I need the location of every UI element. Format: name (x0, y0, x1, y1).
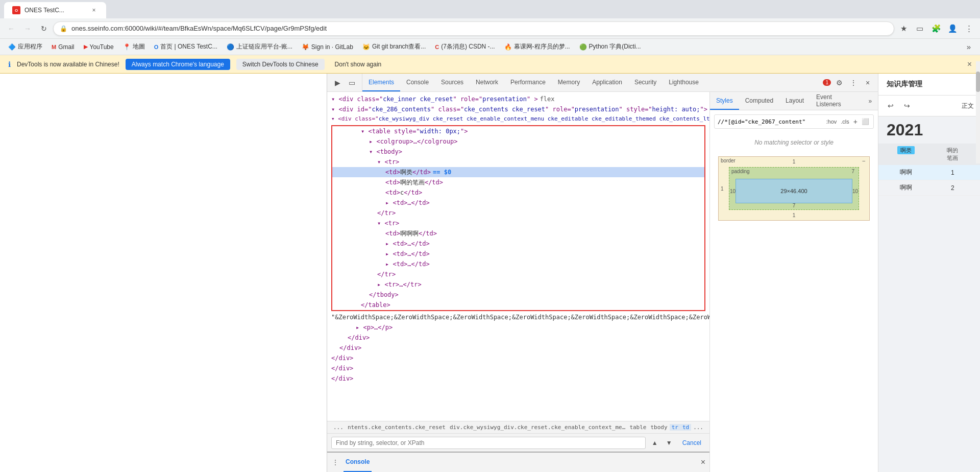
forward-button[interactable]: → (20, 21, 35, 36)
device-toolbar-button[interactable]: ▭ (346, 77, 358, 89)
breadcrumb-more[interactable]: ... (691, 424, 705, 431)
dom-line[interactable]: </tr> (332, 208, 704, 218)
dom-line[interactable]: </table> (332, 300, 704, 310)
sidebar-scrollbar[interactable] (976, 74, 980, 163)
dom-line[interactable]: ▸ <td>…</td> (332, 259, 704, 269)
dom-line[interactable]: </div> (327, 353, 709, 363)
style-filter-input[interactable] (718, 119, 823, 125)
dom-line[interactable]: ▸ <p>…</p> (327, 322, 709, 333)
breadcrumb-tr[interactable]: tr (670, 424, 680, 431)
extension-puzzle-button[interactable]: 🧩 (929, 21, 943, 36)
dom-line[interactable]: </tr> (332, 269, 704, 279)
inspect-element-button[interactable]: ▶ (331, 77, 344, 89)
bookmark-mooc[interactable]: 🔥 幕课网-程序员的梦... (500, 41, 574, 53)
right-panel-more-button[interactable]: » (863, 92, 878, 110)
dom-line[interactable]: ▸ <td>…</td> (332, 198, 704, 208)
bookmark-csdn[interactable]: C (7条消息) CSDN -... (431, 41, 499, 53)
more-menu-button[interactable]: ⋮ (962, 21, 976, 36)
dom-line[interactable]: ▸ <td>…</td> (332, 239, 704, 249)
bookmarks-more-button[interactable]: » (962, 40, 976, 54)
breadcrumb-dots[interactable]: ... (331, 424, 346, 431)
search-down-button[interactable]: ▼ (664, 438, 674, 448)
dom-line[interactable]: </div> (327, 373, 709, 384)
dom-line[interactable]: </tbody> (332, 290, 704, 300)
tab-event-listeners[interactable]: Event Listeners (810, 92, 863, 110)
notification-close-button[interactable]: × (967, 60, 972, 69)
bookmark-star-button[interactable]: ★ (896, 21, 911, 36)
tab-security[interactable]: Security (628, 74, 663, 91)
breadcrumb-contents[interactable]: ntents.cke_contents.cke_reset (346, 424, 448, 431)
dom-line[interactable]: <td>c</td> (332, 187, 704, 198)
tab-application[interactable]: Application (586, 74, 628, 91)
dom-line[interactable]: <td>啊的笔画</td> (332, 177, 704, 187)
address-bar[interactable]: 🔒 ones.sseinfo.com:60000/wiki/#/team/Bfk… (53, 21, 894, 36)
sidebar-year: 2021 (878, 116, 980, 144)
bookmark-gmail[interactable]: M Gmail (47, 41, 79, 53)
dom-line[interactable]: <td>啊啊啊</td> (332, 228, 704, 239)
dom-line[interactable]: </div> (327, 343, 709, 353)
devtools-close-button[interactable]: × (862, 77, 874, 89)
dom-line[interactable]: </div> (327, 363, 709, 373)
breadcrumb-tbody[interactable]: tbody (649, 424, 670, 431)
dom-tree[interactable]: ▾ <div class="cke_inner cke_reset" role=… (327, 92, 709, 421)
bookmark-chain[interactable]: 🔵 上证链应用平台-账... (223, 41, 297, 53)
sidebar-scrollbar-thumb[interactable] (976, 74, 980, 92)
dont-show-again-link[interactable]: Don't show again (335, 61, 382, 68)
tab-layout[interactable]: Layout (779, 92, 810, 110)
switch-devtools-button[interactable]: Switch DevTools to Chinese (236, 59, 325, 70)
search-input[interactable] (331, 437, 646, 449)
console-close-button[interactable]: × (701, 458, 705, 467)
back-button[interactable]: ← (4, 21, 18, 36)
tab-network[interactable]: Network (470, 74, 504, 91)
bookmark-gitlab[interactable]: 🦊 Sign in · GitLab (298, 41, 357, 53)
dom-line[interactable]: ▾ <table style="width: 0px;"> (332, 126, 704, 136)
bookmark-maps[interactable]: 📍 地圖 (119, 41, 149, 53)
box-model-padding: padding 7 7 29×46.400 10 10 (729, 167, 859, 210)
tab-memory[interactable]: Memory (552, 74, 586, 91)
breadcrumb-div-wysiwyg[interactable]: div.cke_wysiwyg_div.cke_reset.cke_enable… (448, 424, 627, 431)
bookmark-apps[interactable]: 🔷 应用程序 (4, 41, 46, 53)
tab-elements[interactable]: Elements (362, 74, 400, 91)
dom-line[interactable]: ▾ <div id="cke_286_contents" class="cke_… (327, 104, 709, 114)
console-tab[interactable]: Console (344, 453, 372, 472)
profile-button[interactable]: 👤 (945, 21, 960, 36)
dom-line[interactable]: ▾ <div class="cke_inner cke_reset" role=… (327, 94, 709, 104)
reload-button[interactable]: ↻ (37, 21, 51, 36)
add-style-button[interactable]: + (853, 117, 857, 126)
active-tab[interactable]: O ONES TestC... × (4, 2, 106, 18)
dom-line[interactable]: ▸ <tr>…</tr> (332, 279, 704, 290)
dom-line[interactable]: ▾ <tbody> (332, 147, 704, 157)
tab-sources[interactable]: Sources (435, 74, 470, 91)
search-cancel-button[interactable]: Cancel (678, 439, 705, 446)
cls-button[interactable]: .cls (841, 119, 849, 125)
tab-lighthouse[interactable]: Lighthouse (663, 74, 705, 91)
dom-line[interactable]: ▸ <colgroup>…</colgroup> (332, 136, 704, 147)
tab-styles[interactable]: Styles (710, 92, 739, 110)
dom-line[interactable]: </div> (327, 333, 709, 343)
tab-computed[interactable]: Computed (739, 92, 779, 110)
breadcrumb-td[interactable]: td (680, 424, 691, 431)
bookmark-git[interactable]: 🐱 Git git branch查看... (358, 41, 430, 53)
expand-style-button[interactable]: ⬜ (862, 118, 869, 125)
undo-button[interactable]: ↩ (885, 100, 897, 112)
dom-line[interactable]: ▸ <td>…</td> (332, 249, 704, 259)
hov-button[interactable]: :hov (826, 119, 837, 125)
dom-line-selected[interactable]: <td>啊类</td> == $0 (332, 167, 704, 177)
bookmark-python[interactable]: 🟢 Python 字典(Dicti... (575, 41, 645, 53)
tab-close-button[interactable]: × (90, 6, 98, 14)
tab-console[interactable]: Console (400, 74, 435, 91)
cast-button[interactable]: ▭ (913, 21, 927, 36)
dom-line[interactable]: ▾ <tr> (332, 157, 704, 167)
bookmark-youtube[interactable]: ▶ YouTube (80, 41, 118, 53)
tab-performance[interactable]: Performance (504, 74, 552, 91)
search-up-button[interactable]: ▲ (650, 438, 660, 448)
devtools-more-button[interactable]: ⋮ (847, 77, 860, 89)
dom-line[interactable]: "&ZeroWidthSpace;&ZeroWidthSpace;&ZeroWi… (327, 312, 709, 322)
dom-line[interactable]: ▾ <tr> (332, 218, 704, 228)
bookmark-ones[interactable]: O 首页 | ONES TestC... (150, 41, 222, 53)
dom-line[interactable]: ▾ <div class="cke_wysiwyg_div cke_reset … (327, 114, 709, 124)
devtools-settings-button[interactable]: ⚙ (833, 77, 845, 89)
match-language-button[interactable]: Always match Chrome's language (126, 59, 230, 70)
breadcrumb-table[interactable]: table (627, 424, 648, 431)
redo-button[interactable]: ↪ (901, 100, 913, 112)
